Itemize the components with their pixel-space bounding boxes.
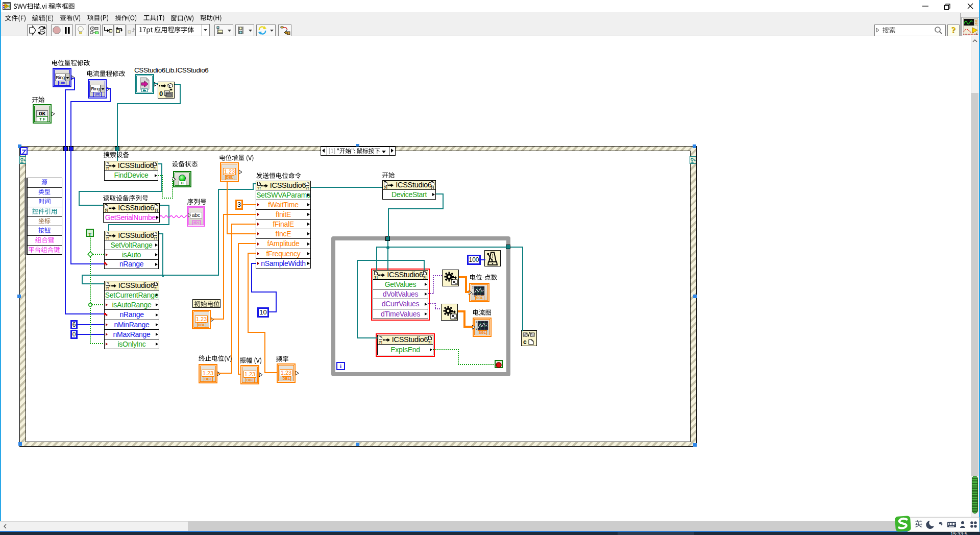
svg-text:c: c bbox=[523, 338, 527, 346]
svg-text:2: 2 bbox=[472, 286, 474, 289]
svg-text:1: 1 bbox=[975, 32, 977, 36]
svg-text:2: 2 bbox=[476, 321, 477, 324]
svg-text:0: 0 bbox=[159, 90, 163, 98]
svg-text:0: 0 bbox=[476, 327, 477, 330]
svg-text:0: 0 bbox=[472, 293, 474, 296]
